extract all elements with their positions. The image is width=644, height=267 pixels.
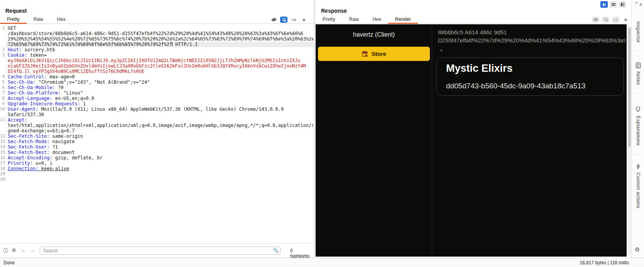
soft-wrap-toggle[interactable] <box>280 17 287 23</box>
line-content: Sec-Fetch-User: ?1 <box>6 144 313 150</box>
request-line[interactable]: 3Cookie: token= <box>0 52 313 58</box>
request-line[interactable]: 6Sec-Ch-Ua-Mobile: ?0 <box>0 85 313 90</box>
request-line[interactable]: 5Sec-Ch-Ua: "Chromium";v="143", "Not A(B… <box>0 79 313 85</box>
line-content: Sec-Ch-Ua-Mobile: ?0 <box>6 85 313 90</box>
columns-layout-button[interactable] <box>619 1 626 8</box>
request-line[interactable]: DI4fQ.1l_vyYP3gSV4oN9Cs0MC12D5ufftSzT6C0… <box>0 69 313 74</box>
request-line[interactable]: 12Sec-Fetch-Site: same-origin <box>0 134 313 139</box>
line-content: 29%20%52%45%54%55%52%4e%20%72%65%73%75%6… <box>6 36 313 42</box>
line-number: 16 <box>0 155 6 161</box>
request-line[interactable]: eyJ0eXAiOiJKV1QiLCJhbGciOiJIUzI1NiJ9.eyJ… <box>0 58 313 63</box>
hide-nonprinting-button[interactable] <box>270 17 277 23</box>
request-line[interactable]: 9Upgrade-Insecure-Requests: 1 <box>0 101 313 106</box>
columns-layout-icon <box>621 3 625 6</box>
request-line[interactable]: 20 <box>0 177 313 182</box>
request-line[interactable]: 13Sec-Fetch-Mode: navigate <box>0 139 313 144</box>
store-card-title: Mystic Elixirs <box>446 63 513 74</box>
request-line[interactable]: 1GET <box>0 25 313 31</box>
help-icon[interactable]: ⓘ <box>3 247 8 254</box>
line-content: Upgrade-Insecure-Requests: 1 <box>6 101 313 106</box>
line-content: Sec-Fetch-Site: same-origin <box>6 134 313 139</box>
request-line[interactable]: 11Accept: <box>0 117 313 123</box>
line-number: 18 <box>0 166 6 171</box>
line-content: Accept-Language: en-US,en;q=0.9 <box>6 96 313 101</box>
request-line[interactable]: 8Accept-Language: en-US,en;q=0.9 <box>0 96 313 101</box>
request-tab-raw[interactable]: Raw <box>27 15 50 24</box>
wrap-lines-icon <box>282 18 286 22</box>
request-line[interactable]: 18Connection: keep-alive <box>0 166 313 171</box>
store-card-uuid: dd05d743-b560-45dc-9a09-43ab18c7a513 <box>446 82 585 90</box>
sidebar-settings-gear-icon[interactable]: ⚙ <box>635 246 640 253</box>
line-content: Sec-Ch-Ua: "Chromium";v="143", "Not A(Br… <box>6 79 313 85</box>
request-tab-pretty[interactable]: Pretty <box>0 15 27 24</box>
request-line[interactable]: 72%65%67%69%73%74%72%61%74%69%6f%6e%5f%6… <box>0 42 313 47</box>
response-tab-hex[interactable]: Hex <box>366 15 388 24</box>
line-content: eyJ0eXAiOiJKV1QiLCJhbGciOiJIUzI1NiJ9.eyJ… <box>6 58 313 63</box>
search-icon: 🔍 <box>273 248 279 253</box>
line-content: text/html,application/xhtml+xml,applicat… <box>6 123 313 128</box>
store-card[interactable]: Mystic Elixirs dd05d743-b560-45dc-9a09-4… <box>436 57 624 96</box>
response-scrollbar[interactable] <box>628 26 631 255</box>
line-content: /dashboard/store/88b6b6c5-a614-486c-9d51… <box>6 31 313 36</box>
request-line[interactable]: 2Host: sorcery.htb <box>0 47 313 52</box>
request-editor[interactable]: 1GET/dashboard/store/88b6b6c5-a614-486c-… <box>0 24 313 243</box>
line-number: 5 <box>0 79 6 85</box>
response-tab-pretty[interactable]: Pretty <box>316 15 342 24</box>
settings-gear-icon[interactable]: ⚙ <box>12 247 16 253</box>
request-line[interactable]: gned-exchange;v=b3;q=0.7 <box>0 128 313 134</box>
line-number <box>0 31 6 36</box>
response-tab-render[interactable]: Render <box>388 15 418 24</box>
line-number: 9 <box>0 101 6 106</box>
response-tab-raw[interactable]: Raw <box>342 15 366 24</box>
right-sidebar: ⌃⌅ ⚙ InspectorNotesExplanationsCustom ac… <box>631 0 644 258</box>
pause-intercept-button[interactable] <box>600 1 608 8</box>
view-layout-buttons <box>600 1 626 8</box>
request-line[interactable]: 16Accept-Encoding: gzip, deflate, br <box>0 155 313 161</box>
rows-layout-button[interactable] <box>610 1 617 8</box>
request-line[interactable]: 4Cache-Control: max-age=0 <box>0 74 313 79</box>
storefront-icon <box>362 51 368 57</box>
sidebar-tab-custom-actions[interactable]: Custom actions <box>632 164 644 210</box>
line-number: 4 <box>0 74 6 79</box>
line-number: 17 <box>0 161 6 166</box>
line-content: User-Agent: Mozilla/5.0 (X11; Linux x86_… <box>6 106 313 112</box>
request-editor-controls: \n ≡ <box>270 16 308 23</box>
status-message: Done <box>3 260 15 265</box>
request-line[interactable]: 29%20%52%45%54%55%52%4e%20%72%65%73%75%6… <box>0 36 313 42</box>
grid-icon[interactable]: ⌃⌅ <box>634 1 643 7</box>
request-line[interactable]: oiaGF2ZXJ0eiIsInByaXZpbGVnZUxldmVsIjowLC… <box>0 63 313 69</box>
request-line[interactable]: 7Sec-Ch-Ua-Platform: "Linux" <box>0 90 313 96</box>
line-number: 14 <box>0 144 6 150</box>
sidebar-tab-inspector[interactable]: Inspector <box>632 21 644 44</box>
sidebar-tab-explanations[interactable]: Explanations <box>632 106 644 147</box>
response-menu-button[interactable]: ≡ <box>622 17 629 23</box>
store-button[interactable]: Store <box>318 47 430 61</box>
highlights-count: 0 highlights <box>290 248 313 259</box>
sidebar-divider <box>633 154 643 155</box>
request-line[interactable]: 17Priority: u=0, i <box>0 161 313 166</box>
line-number <box>0 69 6 74</box>
request-line[interactable]: 19 <box>0 171 313 177</box>
store-id-line1: 88b6b6c5 A614 486c 9d51 <box>438 29 507 35</box>
response-editor-controls: \n ≡ <box>592 16 629 23</box>
forward-arrow-button[interactable]: → <box>30 247 35 253</box>
sidebar-tab-notes[interactable]: Notes <box>632 63 644 86</box>
request-line[interactable]: 10User-Agent: Mozilla/5.0 (X11; Linux x8… <box>0 106 313 112</box>
newline-toggle[interactable]: \n <box>290 17 297 23</box>
scrollbar-thumb[interactable] <box>628 27 631 147</box>
line-number: 7 <box>0 90 6 96</box>
request-line[interactable]: Safari/537.36 <box>0 112 313 117</box>
line-number: 15 <box>0 150 6 155</box>
request-line[interactable]: text/html,application/xhtml+xml,applicat… <box>0 123 313 128</box>
line-number: 6 <box>0 85 6 90</box>
request-menu-button[interactable]: ≡ <box>300 17 308 23</box>
store-id-line2: D255f47efb4f%22%7d%29%20%4d%41%54%43%48%… <box>438 37 625 44</box>
soft-wrap-toggle-disabled <box>602 17 609 23</box>
search-input[interactable] <box>40 247 281 255</box>
request-line[interactable]: 14Sec-Fetch-User: ?1 <box>0 144 313 150</box>
back-arrow-button[interactable]: ← <box>21 247 26 253</box>
request-line[interactable]: /dashboard/store/88b6b6c5-a614-486c-9d51… <box>0 31 313 36</box>
line-content: Sec-Fetch-Mode: navigate <box>6 139 313 144</box>
request-tab-hex[interactable]: Hex <box>50 15 73 24</box>
request-line[interactable]: 15Sec-Fetch-Dest: document <box>0 150 313 155</box>
